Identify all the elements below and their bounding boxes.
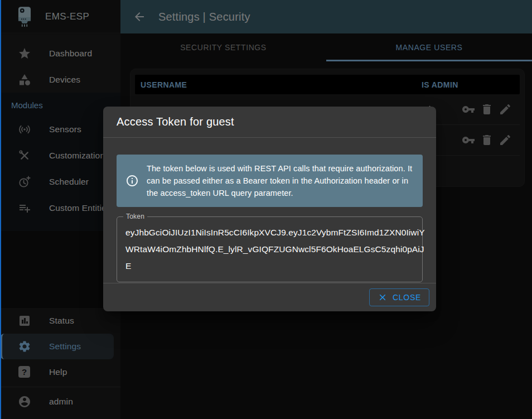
access-token-dialog: Access Token for guest The token below i… <box>103 107 436 311</box>
dialog-content: The token below is used with REST API ca… <box>103 138 436 282</box>
close-button-label: CLOSE <box>393 293 421 302</box>
dialog-actions: CLOSE <box>103 283 436 311</box>
token-field-label: Token <box>123 213 147 220</box>
window-edge-accent <box>0 0 1 419</box>
dialog-title: Access Token for guest <box>103 107 436 138</box>
close-button[interactable]: CLOSE <box>369 288 429 306</box>
token-field[interactable]: Token eyJhbGciOiJIUzI1NiIsInR5cCI6IkpXVC… <box>117 216 423 282</box>
info-alert: The token below is used with REST API ca… <box>117 155 423 207</box>
alert-message: The token below is used with REST API ca… <box>147 162 414 199</box>
close-icon <box>378 292 388 302</box>
token-value: eyJhbGciOiJIUzI1NiIsInR5cCI6IkpXVCJ9.eyJ… <box>125 224 425 274</box>
info-icon <box>125 174 139 187</box>
ems-esp-app: EMS-ESP Dashboard Devices Modules <box>0 0 532 419</box>
